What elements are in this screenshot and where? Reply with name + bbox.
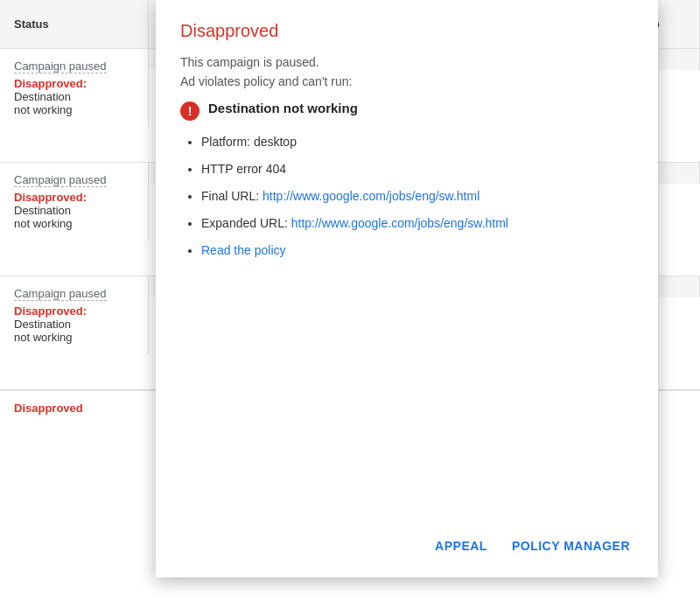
policy-violation-item: Destination not working bbox=[180, 101, 634, 121]
list-item-http-error: HTTP error 404 bbox=[201, 160, 634, 178]
bullet-list: Platform: desktop HTTP error 404 Final U… bbox=[180, 133, 634, 269]
main-table: Status Ad type Policy details Campaign I… bbox=[0, 0, 700, 615]
popup-footer: APPEAL POLICY MANAGER bbox=[180, 518, 634, 560]
policy-name: Destination not working bbox=[208, 101, 358, 115]
status-cell-2: Campaign paused Disapproved: Destination… bbox=[0, 163, 149, 241]
popup-title: Disapproved bbox=[180, 21, 634, 41]
policy-manager-button[interactable]: POLICY MANAGER bbox=[508, 532, 634, 560]
final-url-link[interactable]: http://www.google.com/jobs/eng/sw.html bbox=[262, 189, 480, 203]
appeal-button[interactable]: APPEAL bbox=[431, 532, 491, 560]
list-item-platform: Platform: desktop bbox=[201, 133, 634, 151]
header-status: Status bbox=[0, 0, 149, 48]
expanded-url-link[interactable]: http://www.google.com/jobs/eng/sw.html bbox=[291, 216, 508, 230]
status-cell-3: Campaign paused Disapproved: Destination… bbox=[0, 276, 149, 354]
policy-popup: Disapproved This campaign is paused. Ad … bbox=[156, 0, 658, 577]
list-item-final-url: Final URL: http://www.google.com/jobs/en… bbox=[201, 187, 634, 206]
status-cell-1: Campaign paused Disapproved: Destination… bbox=[0, 49, 149, 127]
list-item-expanded-url: Expanded URL: http://www.google.com/jobs… bbox=[201, 214, 634, 233]
popup-policy-intro: Ad violates policy and can't run: bbox=[180, 74, 634, 88]
error-icon bbox=[180, 101, 200, 121]
popup-subtitle: This campaign is paused. bbox=[180, 55, 634, 69]
read-policy-link[interactable]: Read the policy bbox=[201, 243, 286, 257]
list-item-read-policy: Read the policy bbox=[201, 241, 634, 260]
